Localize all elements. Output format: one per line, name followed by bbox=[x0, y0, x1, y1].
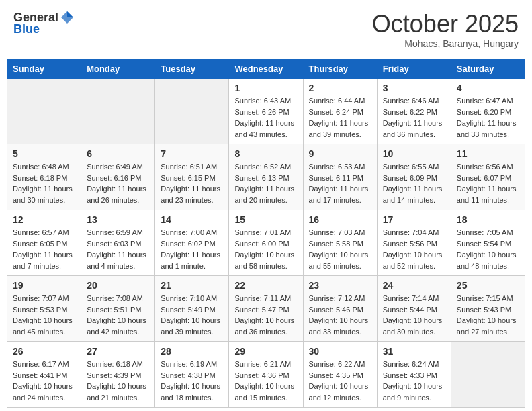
calendar-cell: 21Sunrise: 7:10 AMSunset: 5:49 PMDayligh… bbox=[155, 276, 229, 342]
month-title: October 2025 bbox=[372, 10, 519, 38]
day-number: 21 bbox=[161, 280, 223, 291]
day-number: 24 bbox=[383, 280, 445, 291]
calendar-cell: 10Sunrise: 6:55 AMSunset: 6:09 PMDayligh… bbox=[377, 144, 451, 210]
day-info: Sunrise: 6:17 AMSunset: 4:41 PMDaylight:… bbox=[13, 359, 75, 403]
calendar-week-row: 26Sunrise: 6:17 AMSunset: 4:41 PMDayligh… bbox=[7, 342, 525, 408]
day-info: Sunrise: 6:52 AMSunset: 6:13 PMDaylight:… bbox=[234, 161, 297, 205]
day-number: 27 bbox=[87, 346, 149, 357]
day-info: Sunrise: 7:04 AMSunset: 5:56 PMDaylight:… bbox=[383, 227, 445, 271]
day-number: 25 bbox=[457, 280, 519, 291]
calendar-week-row: 5Sunrise: 6:48 AMSunset: 6:18 PMDaylight… bbox=[7, 144, 525, 210]
calendar-cell: 6Sunrise: 6:49 AMSunset: 6:16 PMDaylight… bbox=[81, 144, 155, 210]
calendar-cell bbox=[7, 79, 81, 144]
day-info: Sunrise: 7:01 AMSunset: 6:00 PMDaylight:… bbox=[234, 227, 297, 271]
calendar-cell: 22Sunrise: 7:11 AMSunset: 5:47 PMDayligh… bbox=[229, 276, 303, 342]
calendar-table: SundayMondayTuesdayWednesdayThursdayFrid… bbox=[7, 59, 525, 408]
calendar-cell: 9Sunrise: 6:53 AMSunset: 6:11 PMDaylight… bbox=[303, 144, 377, 210]
calendar-cell: 13Sunrise: 6:59 AMSunset: 6:03 PMDayligh… bbox=[81, 210, 155, 276]
calendar-cell: 11Sunrise: 6:56 AMSunset: 6:07 PMDayligh… bbox=[451, 144, 525, 210]
calendar-cell bbox=[155, 79, 229, 144]
day-number: 15 bbox=[234, 214, 297, 225]
calendar-cell: 18Sunrise: 7:05 AMSunset: 5:54 PMDayligh… bbox=[451, 210, 525, 276]
calendar-cell: 5Sunrise: 6:48 AMSunset: 6:18 PMDaylight… bbox=[7, 144, 81, 210]
day-info: Sunrise: 7:08 AMSunset: 5:51 PMDaylight:… bbox=[87, 293, 149, 337]
logo: General Blue bbox=[13, 10, 75, 36]
location-title: Mohacs, Baranya, Hungary bbox=[372, 38, 519, 49]
calendar-cell bbox=[81, 79, 155, 144]
day-info: Sunrise: 7:12 AMSunset: 5:46 PMDaylight:… bbox=[309, 293, 371, 337]
day-number: 1 bbox=[234, 83, 297, 93]
day-of-week-header: Saturday bbox=[451, 60, 525, 79]
calendar-cell: 14Sunrise: 7:00 AMSunset: 6:02 PMDayligh… bbox=[155, 210, 229, 276]
day-number: 9 bbox=[309, 148, 371, 159]
calendar-cell: 15Sunrise: 7:01 AMSunset: 6:00 PMDayligh… bbox=[229, 210, 303, 276]
calendar-cell: 29Sunrise: 6:21 AMSunset: 4:36 PMDayligh… bbox=[229, 342, 303, 408]
calendar-cell: 16Sunrise: 7:03 AMSunset: 5:58 PMDayligh… bbox=[303, 210, 377, 276]
calendar-cell: 2Sunrise: 6:44 AMSunset: 6:24 PMDaylight… bbox=[303, 79, 377, 144]
day-of-week-header: Tuesday bbox=[155, 60, 229, 79]
day-number: 11 bbox=[457, 148, 519, 159]
calendar-cell: 4Sunrise: 6:47 AMSunset: 6:20 PMDaylight… bbox=[451, 79, 525, 144]
day-info: Sunrise: 6:51 AMSunset: 6:15 PMDaylight:… bbox=[161, 161, 223, 205]
calendar-cell: 28Sunrise: 6:19 AMSunset: 4:38 PMDayligh… bbox=[155, 342, 229, 408]
calendar-cell: 12Sunrise: 6:57 AMSunset: 6:05 PMDayligh… bbox=[7, 210, 81, 276]
logo-icon bbox=[60, 10, 75, 25]
day-of-week-header: Thursday bbox=[303, 60, 377, 79]
day-number: 2 bbox=[309, 83, 371, 93]
calendar-cell: 31Sunrise: 6:24 AMSunset: 4:33 PMDayligh… bbox=[377, 342, 451, 408]
day-number: 13 bbox=[87, 214, 149, 225]
day-info: Sunrise: 6:43 AMSunset: 6:26 PMDaylight:… bbox=[234, 95, 297, 140]
day-info: Sunrise: 6:48 AMSunset: 6:18 PMDaylight:… bbox=[13, 161, 75, 205]
day-number: 23 bbox=[309, 280, 371, 291]
day-number: 30 bbox=[309, 346, 371, 357]
day-number: 8 bbox=[234, 148, 297, 159]
day-of-week-header: Wednesday bbox=[229, 60, 303, 79]
day-info: Sunrise: 7:00 AMSunset: 6:02 PMDaylight:… bbox=[161, 227, 223, 271]
calendar-header-row: SundayMondayTuesdayWednesdayThursdayFrid… bbox=[7, 60, 525, 79]
day-number: 18 bbox=[457, 214, 519, 225]
day-info: Sunrise: 6:19 AMSunset: 4:38 PMDaylight:… bbox=[161, 359, 223, 403]
day-info: Sunrise: 7:11 AMSunset: 5:47 PMDaylight:… bbox=[234, 293, 297, 337]
day-info: Sunrise: 7:07 AMSunset: 5:53 PMDaylight:… bbox=[13, 293, 75, 337]
calendar-cell: 3Sunrise: 6:46 AMSunset: 6:22 PMDaylight… bbox=[377, 79, 451, 144]
day-info: Sunrise: 6:56 AMSunset: 6:07 PMDaylight:… bbox=[457, 161, 519, 205]
day-info: Sunrise: 6:21 AMSunset: 4:36 PMDaylight:… bbox=[234, 359, 297, 403]
day-number: 4 bbox=[457, 83, 519, 93]
day-number: 17 bbox=[383, 214, 445, 225]
calendar-week-row: 1Sunrise: 6:43 AMSunset: 6:26 PMDaylight… bbox=[7, 79, 525, 144]
calendar-cell: 27Sunrise: 6:18 AMSunset: 4:39 PMDayligh… bbox=[81, 342, 155, 408]
day-info: Sunrise: 7:14 AMSunset: 5:44 PMDaylight:… bbox=[383, 293, 445, 337]
calendar-cell: 26Sunrise: 6:17 AMSunset: 4:41 PMDayligh… bbox=[7, 342, 81, 408]
day-number: 31 bbox=[383, 346, 445, 357]
day-info: Sunrise: 7:05 AMSunset: 5:54 PMDaylight:… bbox=[457, 227, 519, 271]
day-of-week-header: Monday bbox=[81, 60, 155, 79]
day-info: Sunrise: 6:59 AMSunset: 6:03 PMDaylight:… bbox=[87, 227, 149, 271]
day-number: 28 bbox=[161, 346, 223, 357]
day-info: Sunrise: 6:24 AMSunset: 4:33 PMDaylight:… bbox=[383, 359, 445, 403]
calendar-cell: 19Sunrise: 7:07 AMSunset: 5:53 PMDayligh… bbox=[7, 276, 81, 342]
calendar-cell: 20Sunrise: 7:08 AMSunset: 5:51 PMDayligh… bbox=[81, 276, 155, 342]
day-info: Sunrise: 6:18 AMSunset: 4:39 PMDaylight:… bbox=[87, 359, 149, 403]
day-info: Sunrise: 6:47 AMSunset: 6:20 PMDaylight:… bbox=[457, 95, 519, 140]
day-of-week-header: Sunday bbox=[7, 60, 81, 79]
calendar-cell: 7Sunrise: 6:51 AMSunset: 6:15 PMDaylight… bbox=[155, 144, 229, 210]
calendar-cell: 30Sunrise: 6:22 AMSunset: 4:35 PMDayligh… bbox=[303, 342, 377, 408]
day-number: 10 bbox=[383, 148, 445, 159]
calendar-week-row: 19Sunrise: 7:07 AMSunset: 5:53 PMDayligh… bbox=[7, 276, 525, 342]
day-info: Sunrise: 7:15 AMSunset: 5:43 PMDaylight:… bbox=[457, 293, 519, 337]
day-info: Sunrise: 6:57 AMSunset: 6:05 PMDaylight:… bbox=[13, 227, 75, 271]
calendar-week-row: 12Sunrise: 6:57 AMSunset: 6:05 PMDayligh… bbox=[7, 210, 525, 276]
day-of-week-header: Friday bbox=[377, 60, 451, 79]
calendar-cell bbox=[451, 342, 525, 408]
day-info: Sunrise: 6:46 AMSunset: 6:22 PMDaylight:… bbox=[383, 95, 445, 140]
day-info: Sunrise: 7:03 AMSunset: 5:58 PMDaylight:… bbox=[309, 227, 371, 271]
day-number: 6 bbox=[87, 148, 149, 159]
day-number: 3 bbox=[383, 83, 445, 93]
day-info: Sunrise: 6:55 AMSunset: 6:09 PMDaylight:… bbox=[383, 161, 445, 205]
logo-blue: Blue bbox=[13, 22, 40, 36]
day-info: Sunrise: 6:53 AMSunset: 6:11 PMDaylight:… bbox=[309, 161, 371, 205]
title-area: October 2025 Mohacs, Baranya, Hungary bbox=[372, 10, 519, 49]
day-info: Sunrise: 6:22 AMSunset: 4:35 PMDaylight:… bbox=[309, 359, 371, 403]
calendar-cell: 1Sunrise: 6:43 AMSunset: 6:26 PMDaylight… bbox=[229, 79, 303, 144]
day-number: 26 bbox=[13, 346, 75, 357]
